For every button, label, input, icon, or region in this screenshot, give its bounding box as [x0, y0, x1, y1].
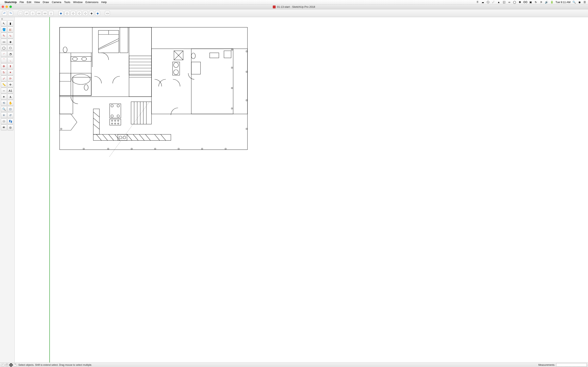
style-5-button[interactable]: ◇ [83, 11, 88, 16]
view-iso-button[interactable]: ⬚ [18, 11, 23, 16]
svg-rect-81 [61, 128, 62, 129]
profile-icon[interactable]: ☻ [9, 363, 13, 367]
svg-rect-85 [155, 148, 156, 150]
flame-icon[interactable]: ☄ [492, 1, 495, 4]
tool-rect[interactable]: ▭ [1, 39, 7, 45]
view-back-button[interactable]: ▭ [43, 11, 47, 16]
menu-file[interactable]: File [20, 1, 24, 4]
view-front-button[interactable]: ⌂ [30, 11, 35, 16]
credits-icon[interactable]: ⓒ [5, 363, 9, 367]
tool-rot-rect[interactable]: ◈ [7, 39, 13, 45]
tool-zoom-win[interactable]: ⊡ [7, 106, 13, 112]
view-left-button[interactable]: ⌂ [49, 11, 53, 16]
drawing-canvas[interactable] [15, 17, 588, 363]
menu-tools[interactable]: Tools [64, 1, 70, 4]
tool-freehand[interactable]: ∿ [7, 33, 13, 39]
cloud-icon[interactable]: ☁ [481, 1, 484, 4]
tool-pencil[interactable]: ✎ [1, 33, 7, 39]
tool-protractor[interactable]: ✛ [7, 82, 13, 88]
tool-pan[interactable]: ✋ [7, 100, 13, 106]
tool-tape[interactable]: 📏 [1, 82, 7, 88]
spotlight-icon[interactable]: 🔍 [572, 1, 576, 4]
tool-eraser[interactable]: ◧ [7, 26, 13, 33]
style-3-button[interactable]: ◇ [71, 11, 76, 16]
tool-axes[interactable]: ✶ [1, 94, 7, 100]
tool-offset[interactable]: ⟳ [7, 75, 13, 82]
tool-look[interactable]: 👁 [1, 124, 7, 131]
menu-camera[interactable]: Camera [52, 1, 61, 4]
svg-rect-94 [231, 67, 233, 68]
tool-pie[interactable]: ◔ [7, 51, 13, 57]
menu-window[interactable]: Window [73, 1, 82, 4]
menu-draw[interactable]: Draw [43, 1, 49, 4]
volume-icon[interactable]: 🔊 [545, 1, 548, 4]
style-1-button[interactable]: ◆ [58, 11, 63, 16]
wifi-icon[interactable]: ⚞ [540, 1, 543, 4]
tool-person[interactable]: ⚇ [1, 118, 7, 124]
tool-3dtext[interactable]: 𝐀 [7, 94, 13, 100]
siri-icon[interactable]: ◉ [578, 1, 581, 4]
tool-orbit[interactable]: ⟲ [1, 100, 7, 106]
tool-▮[interactable]: ▮ [7, 20, 13, 26]
bracket-icon[interactable]: ⟦⟧ [502, 1, 506, 4]
app-name[interactable]: SketchUp [4, 1, 17, 4]
svg-line-61 [96, 134, 102, 141]
undo-button[interactable]: ↶ [2, 11, 7, 16]
menu-extensions[interactable]: Extensions [85, 1, 98, 4]
record-icon[interactable]: ▣ [529, 1, 532, 4]
tool-arc2[interactable]: ⌒ [1, 57, 7, 63]
glasses-icon[interactable]: ʘʘ [524, 1, 527, 4]
style-6-button[interactable]: ◆ [89, 11, 94, 16]
tool-dim[interactable]: ↔ [1, 88, 7, 94]
menubar-clock[interactable]: Tue 9:11 AM [555, 1, 571, 4]
view-right-button[interactable]: ▭ [36, 11, 41, 16]
circle-icon[interactable]: ◯ [513, 1, 516, 4]
info-icon[interactable]: ⓘ [486, 1, 490, 4]
window-traffic-lights [2, 6, 12, 8]
style-7-button[interactable]: ◆ [95, 11, 100, 16]
style-2-button[interactable]: ◇ [65, 11, 69, 16]
tool-polygon[interactable]: ⬡ [7, 45, 13, 51]
tool-text[interactable]: A1 [7, 88, 13, 94]
redo-button[interactable]: ↷ [8, 11, 13, 16]
close-button[interactable] [2, 6, 4, 8]
tool-move[interactable]: ✥ [1, 63, 7, 69]
notifications-icon[interactable]: ☰ [583, 1, 586, 4]
silhouette-icon[interactable]: ▲ [497, 1, 501, 4]
palette-handle[interactable] [1, 18, 14, 20]
maximize-button[interactable] [9, 6, 12, 8]
svg-point-53 [118, 123, 119, 124]
help-icon[interactable]: ? [13, 363, 17, 367]
menu-edit[interactable]: Edit [27, 1, 31, 4]
evernote-icon[interactable]: ✽ [518, 1, 522, 4]
tool-circle[interactable]: ◯ [1, 45, 7, 51]
view-top-button[interactable]: ▱ [24, 11, 29, 16]
svg-point-50 [118, 120, 119, 121]
tool-arc3[interactable]: ◟ [7, 57, 13, 63]
layout-button[interactable]: ▭ [105, 11, 110, 16]
tool-pushpull[interactable]: ⬍ [7, 63, 13, 69]
tool-scale[interactable]: ⤢ [1, 75, 7, 82]
tool-section[interactable]: ◎ [7, 124, 13, 131]
svg-rect-84 [131, 148, 132, 150]
menu-help[interactable]: Help [101, 1, 107, 4]
timemachine-icon[interactable]: ↻ [534, 1, 537, 4]
tool-arc[interactable]: ◜ [1, 51, 7, 57]
infinity-icon[interactable]: ∞ [508, 1, 511, 4]
battery-icon[interactable]: 🔋 [550, 1, 553, 4]
tool-rotate[interactable]: ↻ [1, 69, 7, 75]
style-4-button[interactable]: ◇ [77, 11, 82, 16]
tool-followme[interactable]: ✦ [7, 69, 13, 75]
dropbox-icon[interactable]: ⠿ [476, 1, 479, 4]
minimize-button[interactable] [6, 6, 8, 8]
tool-prev[interactable]: ↺ [7, 112, 13, 118]
menu-view[interactable]: View [34, 1, 40, 4]
geo-location-icon[interactable]: ⌖ [1, 363, 4, 367]
tool-paint[interactable]: 🪣 [1, 26, 7, 33]
tool-zoom-ext[interactable]: ✳ [1, 112, 7, 118]
tool-zoom[interactable]: 🔍 [1, 106, 7, 112]
svg-rect-95 [231, 87, 233, 89]
tool-walk[interactable]: 👣 [7, 118, 13, 124]
tool-select[interactable]: ↖ [1, 20, 7, 26]
measurements-input[interactable] [556, 363, 587, 367]
